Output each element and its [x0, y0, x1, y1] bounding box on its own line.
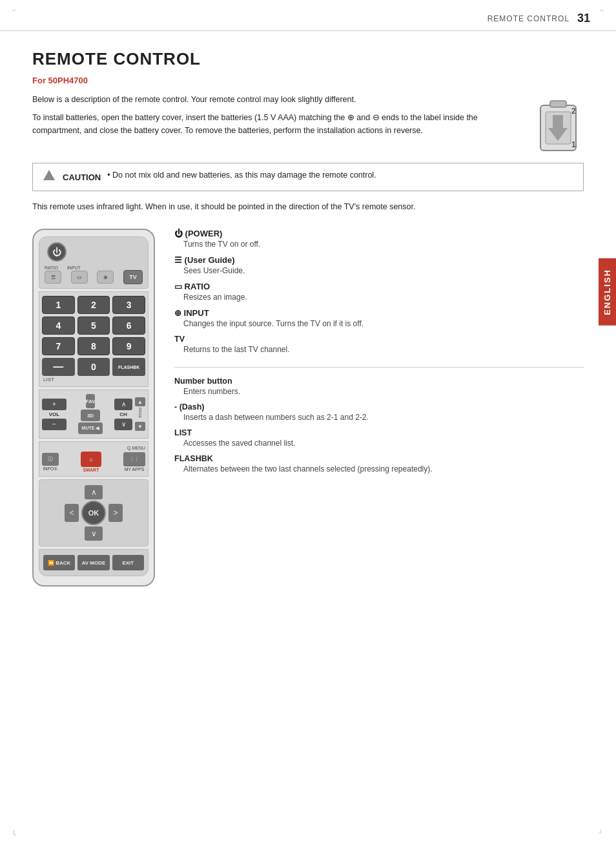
corner-mark-tl: ⌐: [13, 6, 17, 14]
desc-ratio-text: Resizes an image.: [174, 291, 584, 303]
desc-power-label: ⏻ (POWER): [174, 229, 584, 238]
desc-ratio: ▭ RATIO Resizes an image.: [174, 282, 584, 303]
desc-numberbtn: Number button Enters numbers.: [174, 377, 584, 397]
page-block: ▲ PAGE ▼: [135, 397, 145, 431]
num-5-button[interactable]: 5: [77, 317, 110, 335]
desc-input-label: ⊕ INPUT: [174, 308, 584, 318]
power-button[interactable]: ⏻: [47, 242, 67, 262]
ch-label: CH: [119, 411, 127, 417]
fav-button[interactable]: FAV: [86, 394, 96, 408]
ch-up-button[interactable]: ∧: [114, 399, 132, 410]
input-label-text: INPUT: [67, 265, 81, 270]
vol-down-button[interactable]: −: [42, 419, 67, 430]
desc-ratio-label: ▭ RATIO: [174, 282, 584, 291]
desc-flashbk: FLASHBK Alternates between the two last …: [174, 454, 584, 475]
desc-list-text: Accesses the saved channel list.: [174, 437, 584, 449]
svg-text:2: 2: [571, 107, 576, 116]
svg-text:1: 1: [571, 140, 576, 149]
num-8-button[interactable]: 8: [77, 337, 110, 355]
user-guide-button[interactable]: ☰: [45, 271, 61, 284]
main-content: REMOTE CONTROL For 50PH4700 Below is a d…: [0, 31, 616, 606]
caution-text: • Do not mix old and new batteries, as t…: [107, 171, 376, 180]
desc-divider: [174, 367, 584, 368]
3d-label: 3D: [87, 413, 94, 419]
smart-button[interactable]: ⌂ SMART: [81, 452, 101, 472]
num-6-button[interactable]: 6: [112, 317, 145, 335]
num-2-button[interactable]: 2: [77, 296, 110, 314]
nav-right-button[interactable]: >: [108, 504, 123, 522]
bottom-num-row: — 0 FLASHBK: [42, 358, 145, 376]
3d-button[interactable]: 3D: [81, 410, 100, 421]
exit-button[interactable]: EXIT: [112, 555, 144, 570]
myapps-label: MY APPS: [125, 467, 145, 472]
battery-diagram: 2 1: [532, 93, 584, 154]
subtitle: For 50PH4700: [32, 76, 584, 85]
num-4-button[interactable]: 4: [42, 317, 75, 335]
nav-left-button[interactable]: <: [65, 504, 79, 522]
info-button[interactable]: ⓘ INFO①: [42, 453, 59, 472]
avmode-button[interactable]: AV MODE: [77, 555, 109, 570]
nav-down-button[interactable]: ∨: [85, 526, 103, 541]
ok-button[interactable]: OK: [81, 501, 106, 525]
smart-label: SMART: [83, 468, 99, 472]
nav-up-button[interactable]: ∧: [85, 485, 103, 499]
nav-section: ∧ < OK > ∨: [39, 479, 149, 546]
fav-label: FAV: [86, 399, 96, 404]
input-icon: ⊕: [103, 275, 108, 280]
myapps-button[interactable]: ⋮⋮ MY APPS: [123, 452, 145, 472]
ratio-input-labels: RATIO INPUT: [43, 265, 144, 270]
desc-flashbk-label: FLASHBK: [174, 454, 584, 463]
nav-middle-row: < OK >: [65, 501, 123, 525]
num-1-button[interactable]: 1: [42, 296, 75, 314]
ok-label: OK: [88, 509, 99, 517]
desc-dash-label: - (Dash): [174, 402, 584, 411]
smart-section: Q.MENU ⓘ INFO① ⌂ SMART ⋮⋮ MY APPS: [39, 441, 149, 477]
caution-box: CAUTION • Do not mix old and new batteri…: [32, 163, 584, 191]
ch-down-button[interactable]: ∨: [114, 419, 132, 430]
user-guide-icon: ☰: [51, 275, 56, 280]
flashbk-button[interactable]: FLASHBK: [112, 358, 145, 376]
page-up-button[interactable]: ▲: [135, 397, 145, 406]
vol-ch-section: + VOL − FAV 3D: [39, 390, 149, 439]
nav-cross: ∧ < OK > ∨: [43, 485, 144, 541]
bottom-section: ⏪ BACK AV MODE EXIT: [39, 549, 149, 576]
info-icon: ⓘ: [42, 453, 59, 466]
back-button[interactable]: ⏪ BACK: [43, 555, 75, 570]
avmode-label: AV MODE: [82, 560, 106, 566]
tv-button[interactable]: TV: [123, 270, 143, 284]
vol-block: + VOL −: [42, 399, 67, 430]
num-3-button[interactable]: 3: [112, 296, 145, 314]
mute-label: MUTE ◀: [82, 426, 99, 431]
vol-label: VOL: [49, 411, 59, 417]
vol-up-button[interactable]: +: [42, 399, 67, 410]
ratio-button[interactable]: ▭: [71, 271, 88, 284]
desc-list-label: LIST: [174, 428, 584, 437]
dash-button[interactable]: —: [42, 358, 75, 376]
desc-numberbtn-label: Number button: [174, 377, 584, 386]
mute-button[interactable]: MUTE ◀: [78, 422, 103, 434]
num-7-button[interactable]: 7: [42, 337, 75, 355]
corner-mark-bl: L: [13, 829, 17, 837]
tv-label: TV: [129, 274, 137, 280]
english-tab: ENGLISH: [599, 258, 616, 326]
input-button[interactable]: ⊕: [97, 271, 114, 284]
icon-row: ☰ ▭ ⊕ TV: [43, 270, 144, 284]
info-label: INFO①: [43, 466, 58, 472]
desc-input: ⊕ INPUT Changes the input source. Turns …: [174, 308, 584, 329]
zero-button[interactable]: 0: [77, 358, 110, 376]
num-9-button[interactable]: 9: [112, 337, 145, 355]
power-icon: ⏻: [52, 247, 61, 257]
number-section: 1 2 3 4 5 6 7 8 9 — 0 FLASHBK: [39, 291, 149, 387]
desc-group-2: Number button Enters numbers. - (Dash) I…: [174, 377, 584, 475]
caution-header: CAUTION: [43, 170, 101, 182]
caution-triangle-icon: [43, 170, 55, 180]
list-label: LIST: [42, 377, 145, 382]
intro-para1: Below is a description of the remote con…: [32, 93, 519, 106]
desc-userguide-label: ☰ (User Guide): [174, 255, 584, 265]
page-down-button[interactable]: ▼: [135, 422, 145, 431]
intro-para2: To install batteries, open the battery c…: [32, 111, 519, 137]
ch-block: ∧ CH ∨: [114, 399, 132, 430]
page-label: PAGE: [138, 408, 142, 421]
bottom-row: ⏪ BACK AV MODE EXIT: [43, 555, 144, 570]
power-row: ⏻: [43, 242, 144, 262]
